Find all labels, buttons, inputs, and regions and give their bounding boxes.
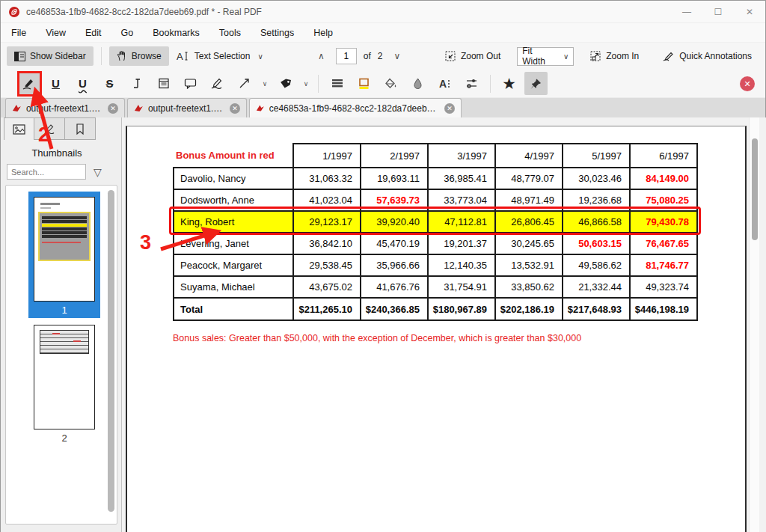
- table-cell[interactable]: 19,201.37: [428, 233, 495, 254]
- table-column-header[interactable]: 5/1997: [563, 144, 630, 168]
- scrollbar-thumb[interactable]: [752, 138, 758, 240]
- table-cell[interactable]: 46,866.58: [563, 211, 630, 233]
- table-cell[interactable]: 84,149.00: [630, 168, 697, 189]
- insert-text-tool-button[interactable]: [125, 72, 148, 95]
- bookmarks-tab[interactable]: [65, 117, 96, 140]
- table-cell[interactable]: 33,773.04: [428, 189, 495, 211]
- squiggly-tool-button[interactable]: U: [71, 72, 94, 95]
- ink-tool-button[interactable]: [206, 72, 229, 95]
- tab-ce46853a-active[interactable]: ce46853a-1fb9-4682-8cc2-182da7deeb69.pdf…: [249, 98, 462, 117]
- employee-name-cell[interactable]: Davolio, Nancy: [174, 168, 293, 189]
- maximize-button[interactable]: ☐: [702, 1, 734, 22]
- pin-toolbar-button[interactable]: [524, 72, 548, 95]
- menu-item-tools[interactable]: Tools: [219, 28, 241, 38]
- fill-color-button[interactable]: [379, 72, 402, 95]
- total-label-cell[interactable]: Total: [174, 298, 293, 320]
- tab-close-button[interactable]: ✕: [230, 103, 240, 114]
- color-picker-button[interactable]: [352, 72, 376, 95]
- browse-button[interactable]: Browse: [109, 46, 169, 66]
- previous-page-button[interactable]: ∧: [313, 49, 329, 63]
- table-column-header[interactable]: 3/1997: [428, 144, 495, 168]
- table-cell[interactable]: 39,920.40: [361, 211, 428, 233]
- table-column-header[interactable]: 6/1997: [630, 144, 697, 168]
- total-value-cell[interactable]: $240,366.85: [361, 298, 428, 320]
- zoom-out-button[interactable]: Zoom Out: [438, 46, 508, 66]
- table-cell[interactable]: 81,746.77: [630, 254, 697, 276]
- table-cell[interactable]: 75,080.25: [630, 189, 697, 211]
- menu-item-view[interactable]: View: [46, 28, 66, 38]
- table-cell[interactable]: 31,063.32: [293, 168, 361, 189]
- highlight-tool-button[interactable]: [17, 72, 40, 95]
- total-value-cell[interactable]: $217,648.93: [563, 298, 630, 320]
- close-button[interactable]: ✕: [734, 1, 765, 22]
- table-cell[interactable]: 76,467.65: [630, 233, 697, 254]
- next-page-button[interactable]: ∨: [390, 49, 405, 63]
- zoom-in-button[interactable]: Zoom In: [583, 46, 646, 66]
- table-cell[interactable]: 50,603.15: [563, 233, 630, 254]
- table-cell[interactable]: 41,023.04: [293, 189, 361, 211]
- table-cell[interactable]: 31,754.91: [428, 276, 495, 298]
- menu-item-file[interactable]: File: [11, 28, 26, 38]
- table-cell[interactable]: 41,676.76: [361, 276, 428, 298]
- arrow-tool-button[interactable]: [233, 72, 256, 95]
- menu-item-help[interactable]: Help: [313, 28, 333, 38]
- table-cell[interactable]: 35,966.66: [361, 254, 428, 276]
- menu-item-settings[interactable]: Settings: [260, 28, 294, 38]
- table-cell[interactable]: 45,470.19: [361, 233, 428, 254]
- employee-name-cell[interactable]: King, Robert: [174, 211, 293, 233]
- tag-tool-dropdown[interactable]: ∨: [301, 80, 311, 88]
- show-sidebar-button[interactable]: Show Sidebar: [7, 46, 94, 66]
- table-cell[interactable]: 49,323.74: [630, 276, 697, 298]
- arrow-tool-dropdown[interactable]: ∨: [260, 80, 270, 88]
- employee-name-cell[interactable]: Suyama, Michael: [174, 276, 293, 298]
- table-column-header[interactable]: 1/1997: [293, 144, 361, 168]
- underline-tool-button[interactable]: U: [44, 72, 67, 95]
- page-thumbnail-1-selected[interactable]: 1: [28, 192, 100, 318]
- zoom-level-select[interactable]: Fit Width ∨: [517, 47, 574, 66]
- menu-item-bookmarks[interactable]: Bookmarks: [153, 28, 200, 38]
- table-cell[interactable]: 30,023.46: [563, 168, 630, 189]
- close-annotation-toolbar-button[interactable]: ✕: [740, 76, 755, 91]
- table-cell[interactable]: 29,538.45: [293, 254, 361, 276]
- table-cell[interactable]: 36,842.10: [293, 233, 361, 254]
- table-cell[interactable]: 48,971.49: [495, 189, 563, 211]
- table-cell[interactable]: 36,985.41: [428, 168, 495, 189]
- employee-name-cell[interactable]: Dodsworth, Anne: [174, 189, 293, 211]
- minimize-button[interactable]: —: [671, 1, 702, 22]
- total-value-cell[interactable]: $211,265.10: [293, 298, 361, 320]
- total-value-cell[interactable]: $446,198.19: [630, 298, 697, 320]
- table-cell[interactable]: 57,639.73: [361, 189, 428, 211]
- quick-annotations-button[interactable]: Quick Annotations: [655, 46, 759, 66]
- table-cell[interactable]: 48,779.07: [495, 168, 563, 189]
- table-cell[interactable]: 26,806.45: [495, 211, 563, 233]
- tab-output-freetext1-b[interactable]: output-freetext1.pdf ✕: [127, 98, 247, 117]
- thumbnail-search-input[interactable]: [7, 164, 86, 180]
- thumbnail-scrollbar[interactable]: [108, 190, 114, 512]
- table-cell[interactable]: 13,532.91: [495, 254, 563, 276]
- strikeout-tool-button[interactable]: S: [98, 72, 121, 95]
- employee-name-cell[interactable]: Peacock, Margaret: [174, 254, 293, 276]
- table-cell[interactable]: 19,236.68: [563, 189, 630, 211]
- page-number-input[interactable]: [336, 48, 357, 64]
- table-cell[interactable]: 21,332.44: [563, 276, 630, 298]
- annotations-tab[interactable]: [34, 117, 65, 140]
- opacity-button[interactable]: [406, 72, 429, 95]
- table-cell[interactable]: 79,430.78: [630, 211, 697, 233]
- table-cell[interactable]: 47,112.81: [428, 211, 495, 233]
- tab-close-button[interactable]: ✕: [108, 103, 118, 114]
- document-scrollbar[interactable]: [749, 117, 759, 532]
- table-cell[interactable]: 43,675.02: [293, 276, 361, 298]
- properties-slider-button[interactable]: [460, 72, 483, 95]
- text-selection-button[interactable]: A Text Selection ∨: [169, 46, 271, 66]
- employee-name-cell[interactable]: Leverling, Janet: [174, 233, 293, 254]
- tag-tool-button[interactable]: [274, 72, 297, 95]
- tab-output-freetext1-a[interactable]: output-freetext1.pdf ✕: [5, 98, 125, 117]
- page-thumbnail-2[interactable]: 2: [34, 325, 95, 444]
- table-cell[interactable]: 19,693.11: [361, 168, 428, 189]
- table-cell[interactable]: 29,123.17: [293, 211, 361, 233]
- table-cell[interactable]: 12,140.35: [428, 254, 495, 276]
- note-tool-button[interactable]: [152, 72, 175, 95]
- comment-tool-button[interactable]: [179, 72, 202, 95]
- tab-close-button[interactable]: ✕: [444, 103, 455, 114]
- menu-item-edit[interactable]: Edit: [85, 28, 102, 38]
